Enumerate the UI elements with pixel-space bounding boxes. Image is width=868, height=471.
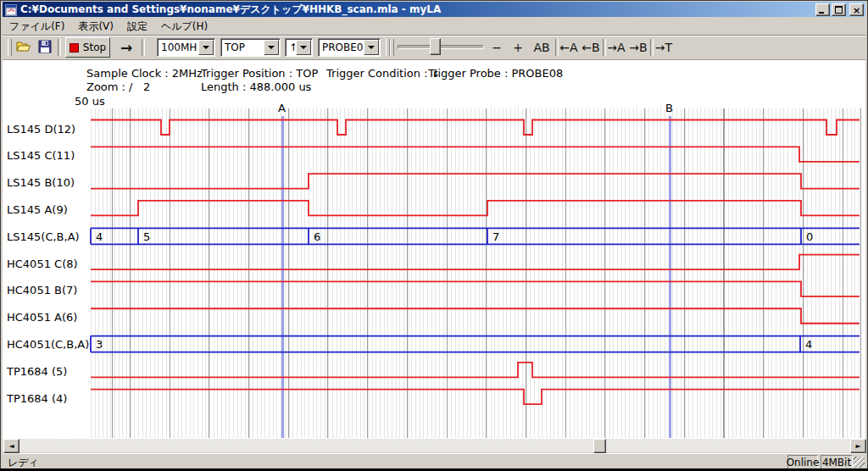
window-title: C:¥Documents and Settings¥noname¥デスクトップ¥… [20, 3, 814, 17]
save-button[interactable] [36, 37, 54, 56]
sample-clock-value: 100MHz [158, 42, 198, 53]
toolbar-gripper [8, 39, 12, 56]
floppy-disk-icon [38, 40, 52, 53]
timing-grid [91, 108, 861, 438]
app-icon [5, 3, 17, 15]
scroll-left-button[interactable]: ◄ [3, 439, 19, 453]
length-info: Length : 488.000 us [201, 80, 311, 93]
close-button[interactable]: × [849, 3, 864, 16]
open-file-button[interactable] [14, 37, 33, 56]
horizontal-scrollbar[interactable]: ◄ ► [3, 439, 865, 452]
zoom-info: Zoom : / 2 [86, 80, 150, 93]
run-button[interactable]: → [114, 39, 138, 56]
goto-marker-a-button[interactable]: →A [606, 39, 626, 56]
scrollbar-thumb[interactable] [593, 439, 606, 453]
toolbar-separator [142, 39, 145, 56]
channel-label: LS145 B(10) [7, 176, 88, 189]
toolbar-separator [58, 39, 61, 56]
status-bar: レディ Online 4MBit [3, 453, 865, 469]
chevron-down-icon[interactable] [198, 40, 214, 55]
trigger-position-combo[interactable]: TOP [220, 38, 281, 57]
trigger-edge-value: ↑ [286, 42, 295, 53]
chevron-down-icon[interactable] [264, 40, 279, 55]
goto-trigger-button[interactable]: →T [654, 39, 674, 56]
set-marker-b-button[interactable]: ←B [581, 39, 601, 56]
zoom-slider[interactable] [398, 45, 484, 49]
channel-label: HC4051(C,B,A) [7, 338, 88, 351]
channel-label: LS145 D(12) [7, 123, 88, 136]
maximize-button[interactable] [832, 3, 846, 16]
chevron-down-icon[interactable] [364, 40, 379, 55]
status-online-badge: Online [787, 455, 818, 469]
zoom-in-button[interactable]: + [510, 39, 526, 56]
resize-grip-icon[interactable] [854, 457, 865, 468]
minimize-icon [819, 12, 824, 14]
stop-icon [70, 43, 79, 53]
marker-A-line[interactable] [281, 116, 284, 438]
zoom-out-button[interactable]: − [489, 39, 504, 56]
maximize-icon [835, 6, 843, 14]
status-memory-badge: 4MBit [821, 455, 853, 469]
trigger-condition-info: Trigger Condition : ↓ [326, 67, 441, 80]
ab-range-button[interactable]: AB [531, 39, 553, 56]
menu-file[interactable]: ファイル(F) [3, 18, 71, 36]
channel-label: LS145(C,B,A) [7, 230, 88, 243]
menu-view[interactable]: 表示(V) [71, 18, 120, 36]
stop-label: Stop [83, 42, 106, 53]
menu-help[interactable]: ヘルプ(H) [154, 18, 214, 36]
channel-label: LS145 A(9) [7, 203, 88, 216]
chevron-down-icon[interactable] [296, 40, 311, 55]
sample-clock-combo[interactable]: 100MHz [157, 38, 215, 57]
channel-label: LS145 C(11) [7, 149, 88, 162]
toolbar-gripper [386, 39, 392, 56]
marker-B-line[interactable] [669, 116, 671, 438]
menu-bar: ファイル(F) 表示(V) 設定 ヘルプ(H) [3, 18, 865, 36]
app-window: C:¥Documents and Settings¥noname¥デスクトップ¥… [0, 0, 868, 471]
stop-button[interactable]: Stop [65, 37, 110, 58]
trigger-edge-combo[interactable]: ↑ [285, 38, 313, 57]
minimize-button[interactable] [815, 3, 830, 16]
marker-B-label: B [665, 102, 673, 114]
goto-marker-b-button[interactable]: →B [628, 39, 648, 56]
scroll-right-button[interactable]: ► [850, 439, 866, 453]
trigger-probe-value: PROBE00 [319, 42, 363, 53]
marker-A-label: A [278, 102, 286, 114]
zoom-slider-thumb[interactable] [430, 38, 441, 55]
channel-label: HC4051 C(8) [7, 258, 88, 270]
channel-label: HC4051 A(6) [7, 311, 88, 324]
menu-settings[interactable]: 設定 [120, 18, 154, 36]
open-folder-icon [16, 40, 31, 53]
trigger-position-value: TOP [221, 42, 263, 53]
channel-label: HC4051 B(7) [7, 284, 88, 296]
toolbar: Stop → 100MHz TOP ↑ PROBE00 − + AB ←A ←B… [3, 36, 865, 58]
channel-label: TP1684 (5) [7, 365, 88, 378]
channel-label: TP1684 (4) [7, 392, 88, 405]
trigger-probe-info: Trigger Probe : PROBE08 [428, 67, 563, 80]
set-marker-a-button[interactable]: ←A [559, 39, 579, 56]
sample-clock-info: Sample Clock : 2MHz [86, 67, 203, 80]
title-bar[interactable]: C:¥Documents and Settings¥noname¥デスクトップ¥… [3, 2, 865, 17]
trigger-probe-combo[interactable]: PROBE00 [318, 38, 381, 57]
trigger-position-info: Trigger Position : TOP [201, 67, 318, 80]
close-icon: × [853, 6, 860, 15]
time-scale-label: 50 us [75, 95, 105, 108]
